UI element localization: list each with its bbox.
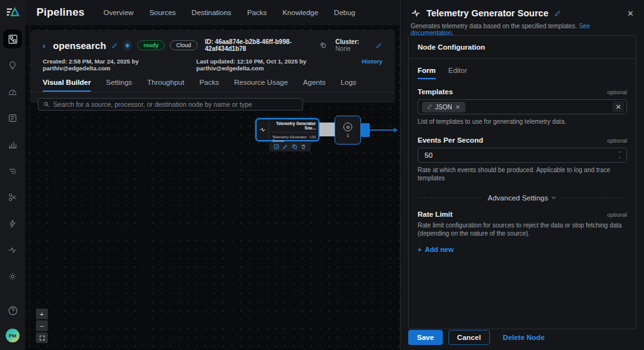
sidebar-nav <box>3 30 22 286</box>
edit-cluster-icon[interactable] <box>375 42 382 49</box>
sidebar-item-traces[interactable] <box>3 161 22 180</box>
edit-node-name-icon[interactable] <box>554 9 562 17</box>
tab-resource-usage[interactable]: Resource Usage <box>234 79 288 92</box>
nav-packs[interactable]: Packs <box>247 9 267 16</box>
delete-node-icon[interactable] <box>301 144 306 150</box>
tab-agents[interactable]: Agents <box>303 79 326 92</box>
edit-name-icon[interactable] <box>111 42 118 49</box>
link-icon <box>427 104 432 109</box>
section-title: Node Configuration <box>409 36 636 59</box>
sidebar-item-processors[interactable] <box>3 188 22 207</box>
collapsed-group-node[interactable]: ⊕ 1 <box>335 116 361 145</box>
pipeline-name: opensearch <box>53 40 106 51</box>
tab-editor[interactable]: Editor <box>448 67 467 79</box>
back-button[interactable]: ‹ <box>43 41 45 50</box>
save-button[interactable]: Save <box>408 330 443 345</box>
add-new-rate-limit-button[interactable]: + Add new <box>418 246 627 253</box>
events-help-text: Rate at which events should be produced.… <box>418 166 627 183</box>
nav-overview[interactable]: Overview <box>103 9 133 16</box>
pulse-icon <box>411 8 421 18</box>
tab-form[interactable]: Form <box>418 67 436 79</box>
sidebar-item-insights[interactable] <box>3 56 22 75</box>
rate-limit-help-text: Rate limit configuration for sources to … <box>418 221 627 238</box>
delete-node-button[interactable]: Delete Node <box>503 334 545 341</box>
search-input[interactable] <box>53 101 297 108</box>
copy-id-icon[interactable] <box>320 42 326 48</box>
sidebar-item-dashboards[interactable] <box>3 82 22 101</box>
group-count: 1 <box>347 133 349 138</box>
nav-sources[interactable]: Sources <box>149 9 175 16</box>
cluster-label: Cluster: None <box>335 38 370 52</box>
sidebar-item-pipelines[interactable] <box>3 30 22 48</box>
select-node-checkbox[interactable] <box>274 144 279 150</box>
step-down-icon[interactable]: ⌄ <box>618 155 621 159</box>
close-panel-icon[interactable]: ✕ <box>627 9 634 18</box>
rate-limit-optional-flag: optional <box>607 212 627 218</box>
tab-throughput[interactable]: Throughput <box>147 79 184 92</box>
history-link[interactable]: History <box>362 58 382 72</box>
number-stepper[interactable]: ⌃⌄ <box>618 151 621 159</box>
node-config-panel: Telemetry Generator Source ✕ Generates t… <box>400 0 644 350</box>
copy-node-icon[interactable] <box>292 144 297 150</box>
template-chip-json[interactable]: JSON ✕ <box>422 102 465 112</box>
sidebar-item-telemetry[interactable] <box>3 241 22 260</box>
node-body: Telemetry Generator Sou... Telemetry Gen… <box>269 119 318 140</box>
panel-description: Generates telemetry data based on the sp… <box>401 18 644 36</box>
user-avatar[interactable]: PM <box>6 329 19 342</box>
rate-limit-label: Rate Limit <box>418 211 453 218</box>
help-icon[interactable] <box>3 301 22 320</box>
sidebar-item-automations[interactable] <box>3 214 22 233</box>
edit-node-icon[interactable] <box>282 144 288 150</box>
search-icon <box>43 101 50 107</box>
sidebar-bottom: PM <box>3 301 22 342</box>
status-badge: ready <box>137 40 165 50</box>
pipeline-tabs: Visual Builder Settings Throughput Packs… <box>30 72 395 92</box>
node-search[interactable] <box>38 98 303 111</box>
nav-destinations[interactable]: Destinations <box>192 9 231 16</box>
panel-header: Telemetry Generator Source ✕ <box>401 0 644 18</box>
clear-templates-icon[interactable]: ✕ <box>613 101 624 112</box>
pulse-icon <box>257 119 269 140</box>
tab-packs[interactable]: Packs <box>199 79 219 92</box>
cancel-button[interactable]: Cancel <box>448 330 490 345</box>
templates-help-text: List of templates to use for generating … <box>418 118 627 126</box>
edge-arrowhead <box>394 128 397 133</box>
sidebar-item-settings[interactable] <box>3 267 22 286</box>
output-port[interactable] <box>361 123 370 137</box>
zoom-in-button[interactable]: + <box>36 309 48 319</box>
telemetry-generator-node[interactable]: Telemetry Generator Sou... Telemetry Gen… <box>255 118 319 141</box>
node-type-tag: LOG <box>309 135 316 139</box>
divider-line <box>418 197 482 198</box>
node-toolbar <box>269 142 311 151</box>
sidebar-item-metrics[interactable] <box>3 135 22 154</box>
created-text: Created: 2:58 PM, Mar 24, 2025 by parthi… <box>43 58 185 72</box>
advanced-settings-toggle[interactable]: Advanced Settings <box>488 194 557 202</box>
fit-view-button[interactable] <box>36 332 48 343</box>
remove-chip-icon[interactable]: ✕ <box>455 104 460 111</box>
top-nav-items: Overview Sources Destinations Packs Know… <box>103 9 355 16</box>
templates-input[interactable]: JSON ✕ ✕ <box>418 99 627 114</box>
pipeline-canvas[interactable]: ‹ opensearch ready Cloud ID: 46aa874e-b2… <box>25 25 400 350</box>
group-icon: ⊕ <box>343 123 352 131</box>
events-field-header: Events Per Second optional <box>418 136 627 144</box>
sidebar-item-logs[interactable] <box>3 109 22 128</box>
edgedelta-logo-icon[interactable] <box>4 4 21 21</box>
nav-debug[interactable]: Debug <box>334 9 355 16</box>
pipeline-settings-icon[interactable] <box>123 40 133 51</box>
tab-logs[interactable]: Logs <box>341 79 357 92</box>
events-optional-flag: optional <box>607 138 627 144</box>
cluster-value: None <box>335 45 350 52</box>
plus-icon: + <box>418 246 421 253</box>
page-title: Pipelines <box>36 6 84 19</box>
zoom-out-button[interactable]: − <box>36 320 48 331</box>
nav-knowledge[interactable]: Knowledge <box>282 9 318 16</box>
pipeline-header-card: ‹ opensearch ready Cloud ID: 46aa874e-b2… <box>30 30 395 103</box>
app-window: PM Pipelines Overview Sources Destinatio… <box>0 0 644 350</box>
node-configuration-section: Node Configuration Form Editor Templates… <box>408 35 636 329</box>
tab-visual-builder[interactable]: Visual Builder <box>43 79 91 92</box>
advanced-settings-divider: Advanced Settings <box>418 194 627 202</box>
pipeline-header-row: ‹ opensearch ready Cloud ID: 46aa874e-b2… <box>30 30 395 52</box>
events-value-input[interactable] <box>418 151 618 159</box>
events-number-input[interactable]: ⌃⌄ <box>418 148 627 163</box>
tab-settings[interactable]: Settings <box>106 79 132 92</box>
